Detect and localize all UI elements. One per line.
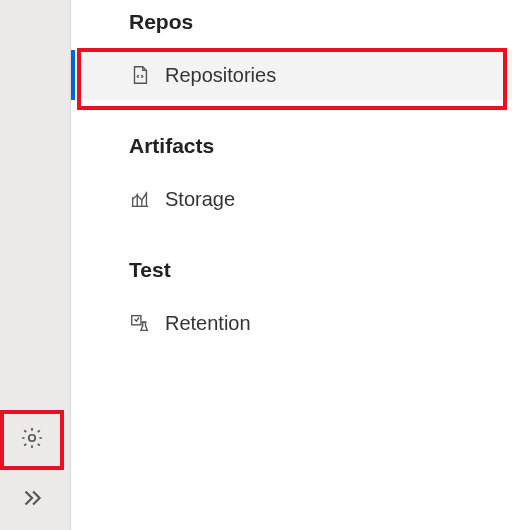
selection-indicator — [71, 50, 75, 100]
gear-icon — [19, 425, 45, 455]
expand-button[interactable] — [0, 470, 64, 530]
repo-file-icon — [129, 64, 151, 86]
menu-item-storage[interactable]: Storage — [71, 174, 512, 224]
section-header-test: Test — [71, 224, 512, 298]
menu-item-label: Repositories — [165, 64, 276, 87]
rail-bottom-group — [0, 410, 70, 530]
retention-flask-icon — [129, 312, 151, 334]
menu-item-retention[interactable]: Retention — [71, 298, 512, 348]
chevron-double-right-icon — [19, 485, 45, 515]
section-header-repos: Repos — [71, 0, 512, 50]
svg-point-0 — [29, 435, 36, 442]
settings-button[interactable] — [0, 410, 64, 470]
section-header-artifacts: Artifacts — [71, 100, 512, 174]
storage-chart-icon — [129, 188, 151, 210]
settings-panel: Repos Repositories Artifacts Storage Tes… — [70, 0, 512, 530]
menu-item-label: Storage — [165, 188, 235, 211]
menu-item-label: Retention — [165, 312, 251, 335]
menu-item-repositories[interactable]: Repositories — [71, 50, 512, 100]
left-rail — [0, 0, 70, 530]
